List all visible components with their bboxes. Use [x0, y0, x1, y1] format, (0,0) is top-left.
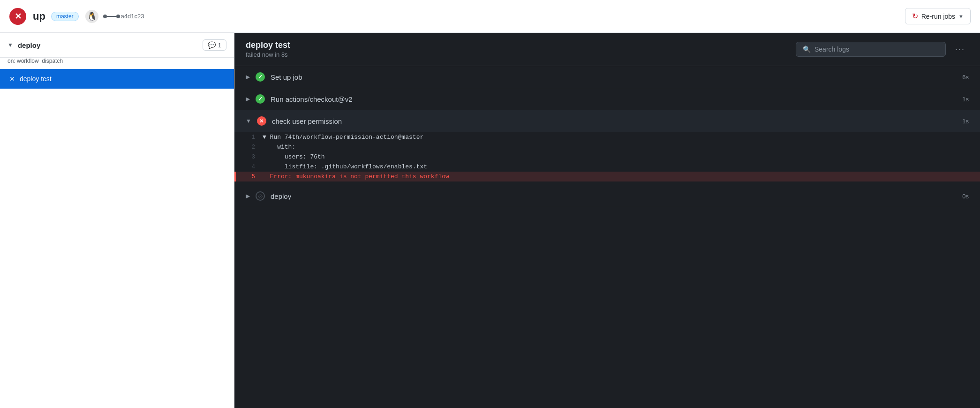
commit-hash: a4d1c23	[121, 13, 144, 20]
sidebar: ▼ deploy 💬 1 on: workflow_dispatch ✕ dep…	[0, 33, 234, 408]
line-content: ▼ Run 74th/workflow-permission-action@ma…	[263, 134, 423, 141]
step-setup-label: Set up job	[271, 73, 957, 81]
sidebar-item-deploy-test[interactable]: ✕ deploy test	[0, 69, 234, 89]
line-number: 1	[246, 134, 255, 141]
branch-badge[interactable]: master	[51, 12, 79, 21]
chevron-down-icon: ▼	[958, 14, 964, 19]
rerun-icon: ↻	[912, 12, 918, 21]
log-line: 3 users: 76th	[246, 152, 969, 162]
step-checkout-label: Run actions/checkout@v2	[271, 95, 957, 103]
search-placeholder: Search logs	[814, 45, 849, 53]
line-content: listfile: .github/workflows/enables.txt	[263, 163, 427, 170]
chevron-right-icon: ▶	[246, 74, 250, 80]
section-title-label: deploy	[18, 41, 40, 49]
commit-line-icon	[105, 16, 118, 17]
panel-header: deploy test failed now in 8s 🔍 Search lo…	[234, 33, 980, 66]
avatar: 🐧	[85, 10, 98, 23]
comment-count: 1	[218, 42, 221, 49]
fail-status-icon	[257, 116, 266, 126]
main-layout: ▼ deploy 💬 1 on: workflow_dispatch ✕ dep…	[0, 33, 980, 408]
line-content: with:	[263, 144, 295, 151]
success-status-icon	[256, 94, 265, 104]
line-number: 3	[246, 154, 255, 160]
line-number: 2	[246, 144, 255, 151]
step-setup-duration: 6s	[962, 74, 969, 81]
rerun-label: Re-run jobs	[921, 13, 955, 20]
chevron-down-icon: ▼	[246, 118, 251, 124]
rerun-jobs-button[interactable]: ↻ Re-run jobs ▼	[905, 8, 971, 24]
step-setup[interactable]: ▶ Set up job 6s	[234, 66, 980, 88]
step-check-perm-label: check user permission	[272, 117, 957, 125]
line-number: 4	[246, 164, 255, 170]
search-icon: 🔍	[803, 45, 811, 53]
comment-badge[interactable]: 💬 1	[203, 39, 226, 51]
panel-subtitle: failed now in 8s	[246, 51, 290, 58]
step-checkout[interactable]: ▶ Run actions/checkout@v2 1s	[234, 88, 980, 110]
skip-status-icon	[256, 191, 265, 201]
sidebar-trigger: on: workflow_dispatch	[0, 58, 234, 69]
log-output: 1 ▼ Run 74th/workflow-permission-action@…	[234, 132, 980, 185]
commit-ref: a4d1c23	[105, 13, 144, 20]
line-content: Error: mukunoakira is not permitted this…	[263, 173, 449, 180]
search-logs-input[interactable]: 🔍 Search logs	[796, 42, 946, 57]
comment-icon: 💬	[208, 41, 216, 49]
chevron-right-icon: ▶	[246, 96, 250, 102]
success-status-icon	[256, 72, 265, 82]
chevron-right-icon: ▶	[246, 193, 250, 199]
sidebar-section-title[interactable]: ▼ deploy	[8, 41, 40, 49]
log-line: 2 with:	[246, 142, 969, 152]
panel-title-block: deploy test failed now in 8s	[246, 40, 290, 58]
status-icon-fail: ✕	[9, 8, 26, 25]
fail-icon: ✕	[9, 75, 15, 83]
step-check-perm-duration: 1s	[962, 118, 969, 125]
panel-title: deploy test	[246, 40, 290, 50]
chevron-down-icon: ▼	[8, 42, 13, 48]
sidebar-item-label: deploy test	[20, 75, 52, 83]
log-line-error: 5 Error: mukunoakira is not permitted th…	[234, 172, 980, 181]
top-bar: ✕ up master 🐧 a4d1c23 ↻ Re-run jobs ▼	[0, 0, 980, 33]
workflow-title: up	[33, 10, 45, 23]
step-deploy-label: deploy	[271, 192, 957, 200]
line-content: users: 76th	[263, 153, 325, 160]
line-number: 5	[246, 174, 255, 180]
log-line: 1 ▼ Run 74th/workflow-permission-action@…	[246, 132, 969, 142]
step-deploy[interactable]: ▶ deploy 0s	[234, 185, 980, 207]
right-panel: deploy test failed now in 8s 🔍 Search lo…	[234, 33, 980, 408]
step-deploy-duration: 0s	[962, 193, 969, 200]
step-check-perm[interactable]: ▼ check user permission 1s	[234, 110, 980, 132]
sidebar-section-header: ▼ deploy 💬 1	[0, 33, 234, 58]
log-line: 4 listfile: .github/workflows/enables.tx…	[246, 162, 969, 172]
more-options-button[interactable]: ···	[951, 43, 969, 56]
step-checkout-duration: 1s	[962, 96, 969, 103]
